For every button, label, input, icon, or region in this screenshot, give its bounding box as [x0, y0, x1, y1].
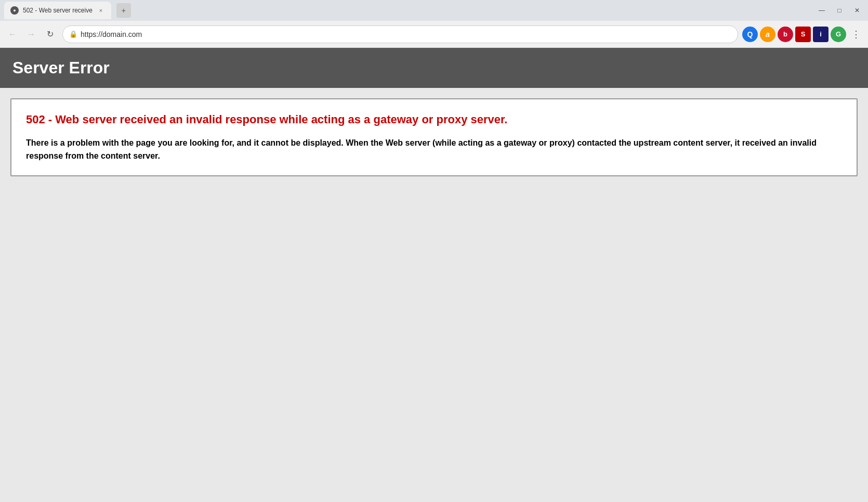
url-input[interactable] — [81, 30, 731, 38]
extension-a[interactable]: a — [760, 27, 775, 42]
minimize-button[interactable]: — — [815, 4, 828, 17]
tab-close-button[interactable]: × — [97, 6, 105, 15]
extension-i[interactable]: i — [813, 27, 828, 42]
page-header-title: Server Error — [12, 58, 856, 78]
browser-window: ● 502 - Web server receive × + — □ ✕ ← →… — [0, 0, 868, 502]
tab-title: 502 - Web server receive — [23, 7, 93, 14]
browser-tab[interactable]: ● 502 - Web server receive × — [4, 2, 111, 19]
extension-q[interactable]: Q — [742, 27, 758, 42]
server-error-header: Server Error — [0, 48, 868, 88]
error-title: 502 - Web server received an invalid res… — [26, 112, 842, 128]
new-tab-button[interactable]: + — [116, 3, 131, 18]
lock-icon: 🔒 — [69, 30, 77, 38]
title-bar-left: ● 502 - Web server receive × + — [4, 2, 131, 19]
extensions-area: Q a b S i G ⋮ — [742, 27, 864, 42]
error-description: There is a problem with the page you are… — [26, 136, 842, 163]
browser-menu-button[interactable]: ⋮ — [848, 27, 864, 42]
address-bar[interactable]: 🔒 — [62, 25, 738, 43]
forward-button[interactable]: → — [23, 26, 40, 43]
tab-favicon: ● — [10, 6, 19, 15]
extension-s[interactable]: S — [795, 27, 811, 42]
extension-b[interactable]: b — [778, 27, 793, 42]
navigation-bar: ← → ↻ 🔒 Q a b S i G ⋮ — [0, 21, 868, 48]
error-box: 502 - Web server received an invalid res… — [10, 98, 858, 176]
back-button[interactable]: ← — [4, 26, 21, 43]
title-bar: ● 502 - Web server receive × + — □ ✕ — [0, 0, 868, 21]
window-controls: — □ ✕ — [815, 4, 864, 17]
close-button[interactable]: ✕ — [850, 4, 864, 17]
page-content: Server Error 502 - Web server received a… — [0, 48, 868, 502]
error-box-container: 502 - Web server received an invalid res… — [0, 88, 868, 187]
reload-button[interactable]: ↻ — [42, 26, 58, 43]
maximize-button[interactable]: □ — [833, 4, 846, 17]
extension-g[interactable]: G — [831, 27, 846, 42]
